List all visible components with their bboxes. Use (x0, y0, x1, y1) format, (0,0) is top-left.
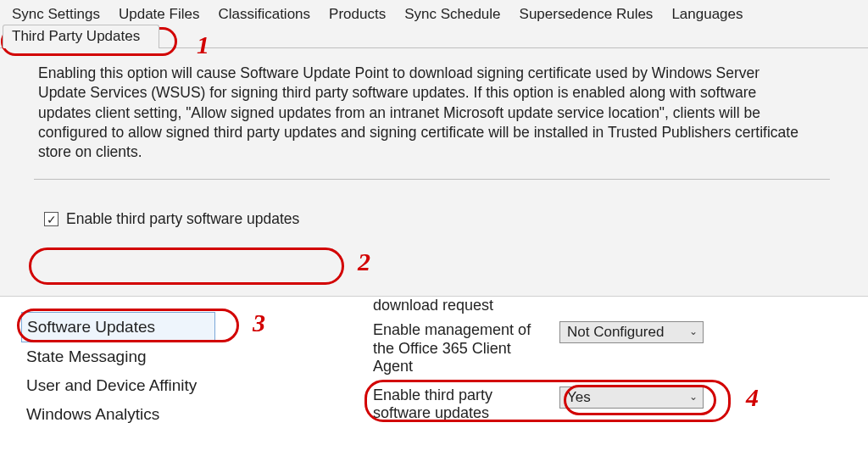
tab-strip: Sync Settings Update Files Classificatio… (0, 0, 868, 48)
setting-o365-value: Not Configured (567, 324, 664, 341)
tab-sync-settings[interactable]: Sync Settings (3, 3, 109, 25)
tab-products[interactable]: Products (320, 3, 395, 25)
divider (34, 179, 830, 180)
chevron-down-icon: ⌄ (689, 391, 698, 403)
checkbox-icon: ✓ (44, 212, 58, 226)
tab-supersedence-rules[interactable]: Supersedence Rules (510, 3, 663, 25)
tab-sync-schedule[interactable]: Sync Schedule (395, 3, 509, 25)
nav-software-updates[interactable]: Software Updates (21, 312, 215, 342)
chevron-down-icon: ⌄ (689, 325, 698, 337)
sup-properties-dialog: Sync Settings Update Files Classificatio… (0, 0, 868, 297)
enable-third-party-updates-checkbox[interactable]: ✓ Enable third party software updates (42, 209, 304, 230)
client-settings-panel: Software Updates State Messaging User an… (0, 297, 868, 456)
third-party-updates-description: Enabling this option will cause Software… (0, 48, 839, 170)
tab-update-files[interactable]: Update Files (109, 3, 209, 25)
tab-classifications[interactable]: Classifications (209, 3, 320, 25)
setting-tpsu-dropdown[interactable]: Yes ⌄ (559, 386, 704, 409)
checkbox-label: Enable third party software updates (66, 210, 299, 228)
setting-o365-dropdown[interactable]: Not Configured ⌄ (559, 321, 704, 343)
nav-windows-analytics[interactable]: Windows Analytics (21, 400, 309, 429)
nav-state-messaging[interactable]: State Messaging (21, 342, 309, 371)
nav-user-device-affinity[interactable]: User and Device Affinity (21, 371, 309, 400)
partial-setting-label: download request (373, 297, 848, 316)
setting-o365-label: Enable management of the Office 365 Clie… (373, 321, 559, 376)
client-settings-detail: download request Enable management of th… (373, 297, 848, 428)
setting-third-party-updates: Enable third party software updates Yes … (373, 381, 848, 428)
tab-languages[interactable]: Languages (662, 3, 752, 25)
setting-o365-agent: Enable management of the Office 365 Clie… (373, 316, 848, 381)
setting-tpsu-label: Enable third party software updates (373, 386, 559, 423)
tab-third-party-updates[interactable]: Third Party Updates (3, 25, 159, 47)
setting-tpsu-value: Yes (567, 389, 591, 406)
client-settings-nav: Software Updates State Messaging User an… (21, 312, 309, 429)
